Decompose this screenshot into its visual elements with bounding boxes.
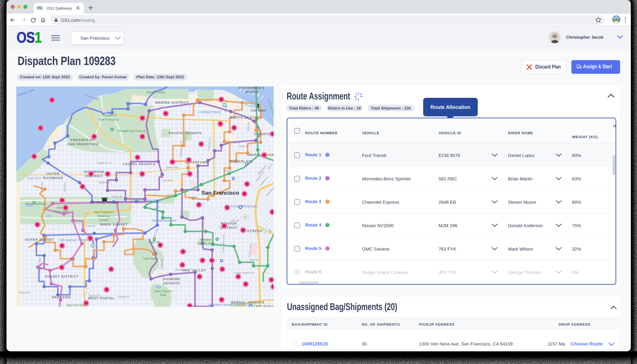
- svg-text:34th Ave: 34th Ave: [40, 182, 44, 192]
- svg-text:MARINA DISTRICT: MARINA DISTRICT: [155, 100, 189, 104]
- svg-text:Costco Wholesale: Costco Wholesale: [230, 204, 257, 208]
- svg-text:Botanical: Botanical: [98, 214, 110, 218]
- svg-text:California St: California St: [97, 161, 111, 164]
- svg-text:16th Ave: 16th Ave: [92, 247, 95, 257]
- svg-text:Marina Green: Marina Green: [146, 90, 166, 94]
- svg-text:24th St: 24th St: [250, 258, 258, 261]
- svg-text:Cesar Chavez St: Cesar Chavez St: [234, 271, 254, 274]
- svg-text:Park: Park: [160, 293, 166, 296]
- svg-text:Fulton St: Fulton St: [112, 195, 122, 198]
- svg-text:1: 1: [84, 236, 85, 238]
- svg-text:16th St: 16th St: [230, 219, 239, 222]
- svg-text:Mission: Mission: [200, 238, 211, 241]
- svg-text:Twin Peaks: Twin Peaks: [143, 257, 158, 260]
- svg-text:Garden: Garden: [99, 218, 109, 222]
- svg-text:DIAMOND: DIAMOND: [163, 277, 180, 281]
- svg-text:Sunset Blvd: Sunset Blvd: [38, 258, 41, 271]
- svg-text:Oak St: Oak St: [190, 196, 198, 199]
- svg-text:Presidio of: Presidio of: [102, 114, 116, 117]
- svg-text:Coit Tower: Coit Tower: [251, 108, 266, 112]
- svg-text:San Francisco: San Francisco: [202, 190, 239, 196]
- svg-text:SUNSET DISTRICT: SUNSET DISTRICT: [45, 274, 79, 278]
- svg-text:Turk St: Turk St: [224, 169, 232, 172]
- svg-text:Portola Dr: Portola Dr: [118, 295, 130, 298]
- svg-text:HEIGHTS: HEIGHTS: [163, 281, 180, 285]
- svg-text:PRESIDIO OF: PRESIDIO OF: [71, 138, 95, 142]
- svg-text:Alemany Farmer's Market: Alemany Farmer's Market: [209, 303, 246, 306]
- svg-text:RICHMOND: RICHMOND: [84, 170, 104, 174]
- svg-text:Glen Canyon: Glen Canyon: [154, 289, 172, 293]
- svg-text:Dolores St: Dolores St: [202, 218, 205, 230]
- svg-text:San Francisco: San Francisco: [94, 210, 114, 214]
- svg-text:1: 1: [86, 289, 88, 292]
- svg-text:Geary Blvd: Geary Blvd: [166, 166, 178, 169]
- svg-text:Turk Blvd: Turk Blvd: [162, 179, 173, 182]
- svg-text:Taraval St: Taraval St: [88, 294, 100, 297]
- svg-text:Presidio Golf Course: Presidio Golf Course: [117, 129, 146, 132]
- svg-text:NORTH BEACH: NORTH BEACH: [230, 116, 258, 119]
- svg-text:Lombard Street: Lombard Street: [198, 110, 221, 114]
- svg-text:Bison Paddock: Bison Paddock: [26, 202, 46, 205]
- svg-text:Pine St: Pine St: [232, 141, 240, 144]
- svg-text:80: 80: [244, 216, 247, 218]
- svg-text:101: 101: [102, 109, 106, 112]
- svg-text:OUTER: OUTER: [46, 172, 60, 175]
- svg-text:Dolores Park: Dolores Park: [197, 242, 215, 245]
- svg-text:INNER SUNSET: INNER SUNSET: [100, 222, 128, 226]
- svg-text:25th Ave: 25th Ave: [64, 182, 66, 192]
- svg-text:Bush St: Bush St: [239, 145, 248, 148]
- svg-text:RICHMOND: RICHMOND: [43, 176, 63, 180]
- svg-text:Castro St: Castro St: [161, 259, 164, 270]
- svg-text:Clipper St: Clipper St: [175, 268, 186, 271]
- svg-text:UNION SQUARE: UNION SQUARE: [247, 153, 274, 156]
- svg-text:SAN FRANCISCO: SAN FRANCISCO: [67, 142, 99, 146]
- svg-text:Balboa St: Balboa St: [99, 181, 110, 184]
- svg-text:Taraval St: Taraval St: [18, 291, 30, 294]
- svg-text:PARKSIDE: PARKSIDE: [52, 295, 71, 299]
- svg-text:FISHERMAN'S: FISHERMAN'S: [239, 86, 265, 90]
- svg-text:San Francisco: San Francisco: [99, 118, 118, 121]
- svg-text:OUTER SUNSET: OUTER SUNSET: [25, 238, 54, 241]
- svg-text:101: 101: [265, 229, 269, 232]
- svg-text:WHARF: WHARF: [245, 90, 259, 94]
- svg-text:Divisadero St: Divisadero St: [180, 141, 183, 156]
- svg-text:POTRERO HILL: POTRERO HILL: [256, 305, 274, 307]
- svg-text:TENDERLOIN: TENDERLOIN: [228, 160, 253, 163]
- svg-text:Randall Museum: Randall Museum: [152, 218, 176, 222]
- svg-text:Irving St: Irving St: [86, 224, 96, 227]
- svg-text:LAUREL HEIGHTS: LAUREL HEIGHTS: [122, 162, 156, 166]
- svg-text:Geary Blvd: Geary Blvd: [28, 177, 40, 180]
